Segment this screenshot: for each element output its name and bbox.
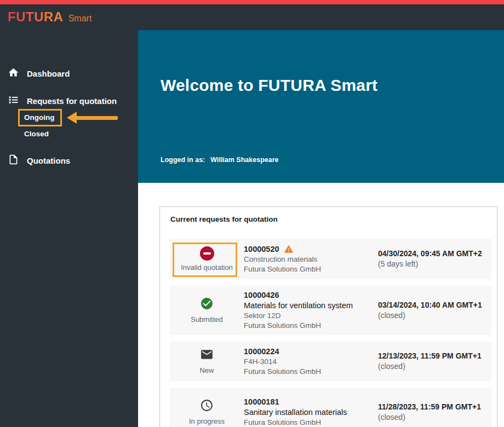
deadline-note: (closed) bbox=[378, 361, 491, 372]
deadline-date: 12/13/2023, 11:59 PM GMT+1 bbox=[378, 351, 491, 361]
top-accent-strip bbox=[0, 0, 504, 4]
request-number: 10000520 bbox=[244, 244, 279, 255]
deadline-date: 04/30/2024, 09:45 AM GMT+2 bbox=[378, 249, 491, 259]
card-title: Current requests for quotation bbox=[170, 215, 497, 223]
request-number: 10000426 bbox=[244, 290, 371, 301]
deadline-cell: 04/30/2024, 09:45 AM GMT+2 (5 days left) bbox=[378, 249, 491, 269]
annotation-arrow-icon bbox=[67, 112, 118, 124]
request-details: 10000426 Materials for ventilation syste… bbox=[244, 290, 378, 331]
request-details: 10000224 F4H-3014 Futura Solutions GmbH bbox=[244, 347, 378, 377]
list-icon bbox=[8, 94, 19, 108]
request-details: 10000520 Construction materials Futura S… bbox=[244, 244, 378, 274]
sidebar-item-label: Requests for quotation bbox=[27, 96, 117, 106]
deadline-cell: 03/14/2024, 10:40 AM GMT+1 (closed) bbox=[378, 300, 491, 321]
sidebar-item-dashboard[interactable]: Dashboard bbox=[0, 64, 138, 83]
app-logo[interactable]: FUTURA Smart bbox=[8, 9, 91, 25]
request-row-10000181[interactable]: In progress 10000181 Sanitary installati… bbox=[170, 388, 491, 427]
deadline-note: (5 days left) bbox=[378, 259, 491, 269]
request-line: Sektor 12D bbox=[244, 311, 371, 321]
logged-in-label: Logged in as: bbox=[161, 156, 205, 164]
app-logo-suffix: Smart bbox=[68, 14, 92, 24]
request-title: Sanitary installation materials bbox=[244, 407, 371, 418]
request-details: 10000181 Sanitary installation materials… bbox=[244, 397, 378, 427]
svg-text:$: $ bbox=[12, 158, 15, 163]
request-row-10000426[interactable]: Submitted 10000426 Materials for ventila… bbox=[170, 286, 491, 335]
welcome-title: Welcome to FUTURA Smart bbox=[161, 76, 377, 95]
sidebar-item-label: Dashboard bbox=[27, 69, 70, 78]
sidebar: Dashboard Requests for quotation Ongoing… bbox=[0, 30, 138, 427]
status-cell: Submitted bbox=[170, 297, 244, 324]
status-cell: New bbox=[170, 348, 244, 375]
app-header: FUTURA Smart bbox=[0, 4, 504, 30]
request-row-10000520[interactable]: Invalid quotation 10000520 Construction … bbox=[170, 239, 491, 279]
deadline-note: (closed) bbox=[378, 310, 491, 321]
deadline-date: 03/14/2024, 10:40 AM GMT+1 bbox=[378, 300, 491, 310]
request-company: Futura Solutions GmbH bbox=[244, 367, 371, 377]
deadline-note: (closed) bbox=[378, 412, 491, 423]
envelope-icon bbox=[170, 348, 244, 363]
deadline-cell: 12/13/2023, 11:59 PM GMT+1 (closed) bbox=[378, 351, 491, 372]
sidebar-subitem-closed[interactable]: Closed bbox=[24, 130, 49, 138]
sidebar-item-quotations[interactable]: $ Quotations bbox=[0, 151, 138, 170]
request-number: 10000224 bbox=[244, 347, 371, 357]
sidebar-item-label: Quotations bbox=[27, 156, 70, 165]
request-row-10000224[interactable]: New 10000224 F4H-3014 Futura Solutions G… bbox=[170, 342, 491, 381]
request-company: Futura Solutions GmbH bbox=[244, 264, 371, 274]
welcome-banner: Welcome to FUTURA Smart Logged in as: Wi… bbox=[138, 30, 504, 183]
status-label: Invalid quotation bbox=[181, 263, 233, 272]
invalid-circle-minus-icon bbox=[200, 246, 214, 261]
deadline-cell: 11/28/2023, 11:59 PM GMT+1 (closed) bbox=[378, 402, 491, 423]
clock-icon bbox=[170, 399, 244, 414]
status-label: New bbox=[199, 366, 214, 374]
current-requests-card: Current requests for quotation Invalid q… bbox=[159, 206, 497, 427]
app-logo-text: FUTURA bbox=[8, 9, 64, 25]
request-title: Materials for ventilation system bbox=[244, 301, 371, 311]
logged-in-user: William Shakespeare bbox=[210, 156, 278, 164]
warning-icon bbox=[284, 244, 294, 254]
status-label: In progress bbox=[189, 417, 225, 425]
quote-document-icon: $ bbox=[8, 154, 19, 168]
request-line: F4H-3014 bbox=[244, 357, 371, 367]
sidebar-subitem-ongoing[interactable]: Ongoing bbox=[24, 113, 54, 122]
request-number: 10000181 bbox=[244, 397, 371, 407]
logged-in-line: Logged in as: William Shakespeare bbox=[161, 156, 279, 164]
request-company: Futura Solutions GmbH bbox=[244, 321, 371, 331]
home-icon bbox=[8, 67, 19, 80]
status-cell: In progress bbox=[170, 399, 244, 426]
status-label: Submitted bbox=[191, 315, 223, 324]
request-line: Construction materials bbox=[244, 255, 371, 264]
deadline-date: 11/28/2023, 11:59 PM GMT+1 bbox=[378, 402, 491, 412]
sidebar-item-requests-for-quotation[interactable]: Requests for quotation bbox=[0, 91, 138, 111]
request-list: Invalid quotation 10000520 Construction … bbox=[160, 239, 497, 427]
check-circle-icon bbox=[170, 297, 244, 313]
request-company: Futura Solutions GmbH bbox=[244, 418, 371, 427]
status-cell: Invalid quotation bbox=[170, 246, 244, 272]
